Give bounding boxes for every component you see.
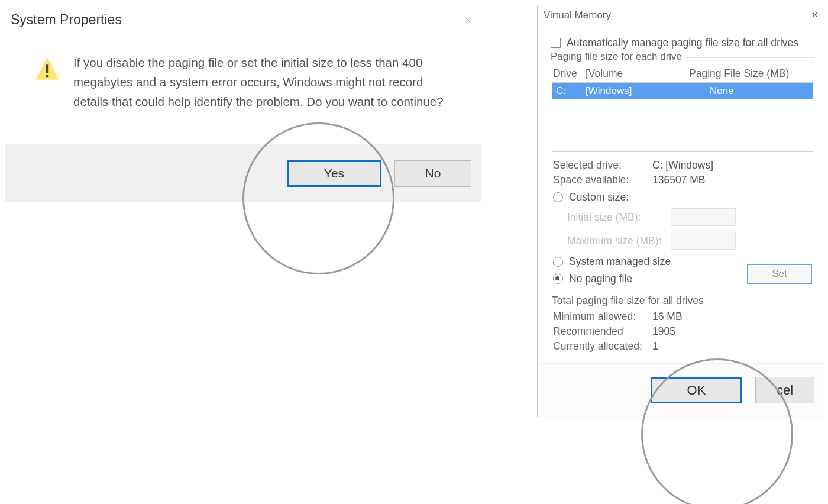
space-value: 136507 MB bbox=[652, 174, 706, 186]
paging-size-group: Paging file size for each drive Drive [V… bbox=[551, 57, 814, 284]
system-properties-dialog: System Properties × If you disable the p… bbox=[5, 7, 481, 202]
initial-size-label: Initial size (MB): bbox=[567, 211, 671, 224]
drive-row[interactable]: C: [Windows] None bbox=[552, 83, 813, 99]
totals-title: Total paging file size for all drives bbox=[552, 295, 814, 307]
system-managed-radio[interactable] bbox=[553, 257, 563, 267]
selected-drive-row: Selected drive: C: [Windows] bbox=[553, 159, 812, 172]
initial-size-row: Initial size (MB): bbox=[567, 208, 812, 226]
rec-value: 1905 bbox=[652, 325, 675, 338]
dialog-button-bar: Yes No bbox=[5, 144, 481, 202]
cur-label: Currently allocated: bbox=[553, 340, 652, 353]
vm-title: Virtual Memory bbox=[544, 9, 611, 21]
auto-manage-checkbox[interactable] bbox=[551, 38, 561, 48]
close-icon[interactable]: × bbox=[461, 14, 476, 30]
paging-group-label: Paging file size for each drive bbox=[551, 51, 685, 63]
dialog-title: System Properties bbox=[5, 7, 481, 28]
no-button[interactable]: No bbox=[394, 160, 471, 187]
max-size-input[interactable] bbox=[671, 232, 736, 250]
virtual-memory-dialog: Virtual Memory × Automatically manage pa… bbox=[537, 5, 824, 418]
set-button[interactable]: Set bbox=[747, 264, 812, 284]
recommended-row: Recommended 1905 bbox=[553, 325, 812, 338]
currently-allocated-row: Currently allocated: 1 bbox=[553, 340, 812, 353]
drive-col: Drive bbox=[553, 67, 586, 80]
drive-list[interactable]: C: [Windows] None bbox=[552, 82, 813, 152]
pfsize-col: Paging File Size (MB) bbox=[689, 67, 789, 80]
svg-rect-1 bbox=[46, 64, 48, 73]
drive-pfsize: None bbox=[710, 85, 734, 97]
selected-drive-value: C: [Windows] bbox=[652, 159, 713, 172]
dialog-message: If you disable the paging file or set th… bbox=[73, 53, 452, 111]
initial-size-input[interactable] bbox=[671, 208, 736, 226]
yes-button[interactable]: Yes bbox=[287, 160, 381, 187]
space-label: Space available: bbox=[553, 174, 652, 186]
auto-manage-row[interactable]: Automatically manage paging file size fo… bbox=[551, 37, 814, 49]
vm-body: Automatically manage paging file size fo… bbox=[538, 24, 824, 353]
selected-drive-label: Selected drive: bbox=[553, 159, 652, 172]
cur-value: 1 bbox=[652, 340, 658, 353]
max-size-row: Maximum size (MB): bbox=[567, 232, 812, 250]
cancel-button[interactable]: cel bbox=[755, 377, 814, 403]
drive-letter: C: bbox=[556, 85, 586, 97]
no-paging-radio[interactable] bbox=[553, 274, 563, 284]
drive-list-header: Drive [Volume Paging File Size (MB) bbox=[553, 67, 812, 80]
vm-button-bar: OK cel bbox=[538, 363, 824, 418]
auto-manage-label: Automatically manage paging file size fo… bbox=[567, 37, 798, 49]
drive-volume: [Windows] bbox=[586, 85, 710, 97]
system-managed-label: System managed size bbox=[569, 256, 671, 268]
warning-icon bbox=[34, 56, 60, 82]
ok-button[interactable]: OK bbox=[651, 377, 742, 403]
custom-size-radio-row[interactable]: Custom size: bbox=[553, 191, 812, 203]
custom-size-radio[interactable] bbox=[553, 192, 563, 202]
min-label: Minimum allowed: bbox=[553, 311, 652, 323]
space-available-row: Space available: 136507 MB bbox=[553, 174, 812, 186]
svg-rect-2 bbox=[46, 75, 48, 77]
min-value: 16 MB bbox=[652, 311, 683, 323]
vm-titlebar: Virtual Memory × bbox=[538, 5, 824, 24]
custom-size-label: Custom size: bbox=[569, 191, 629, 203]
volume-col: [Volume bbox=[586, 67, 689, 80]
max-size-label: Maximum size (MB): bbox=[567, 235, 671, 247]
min-allowed-row: Minimum allowed: 16 MB bbox=[553, 311, 812, 323]
dialog-body: If you disable the paging file or set th… bbox=[5, 28, 481, 117]
no-paging-label: No paging file bbox=[569, 273, 632, 285]
rec-label: Recommended bbox=[553, 325, 652, 338]
close-icon[interactable]: × bbox=[811, 9, 818, 21]
